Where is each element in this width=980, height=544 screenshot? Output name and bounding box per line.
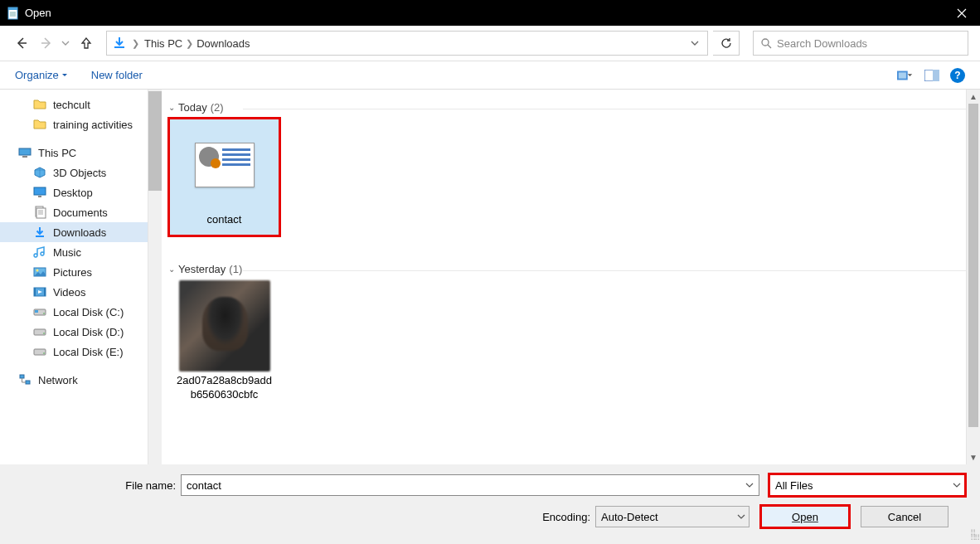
svg-point-35 [43, 352, 45, 354]
contact-file-icon [179, 124, 270, 206]
up-button[interactable] [76, 33, 96, 53]
svg-point-31 [43, 313, 45, 314]
back-button[interactable] [12, 33, 32, 53]
group-divider [243, 270, 973, 271]
notepad-icon [7, 7, 20, 20]
chevron-down-icon [745, 481, 754, 489]
tree-item-music[interactable]: Music [0, 242, 148, 262]
svg-rect-32 [34, 329, 46, 335]
tree-item-downloads[interactable]: Downloads [0, 222, 148, 242]
svg-rect-23 [36, 236, 44, 237]
refresh-button[interactable] [713, 31, 740, 56]
file-item-image[interactable]: 2ad07a28a8cb9addb6560630cbfc [168, 279, 280, 410]
desktop-icon [33, 186, 46, 199]
file-list-scrollbar[interactable]: ▲ ▼ [966, 90, 980, 464]
videos-icon [33, 285, 46, 299]
file-list[interactable]: ⌄ Today (2) contact ⌄ Yesterday (1) [162, 90, 980, 464]
close-button[interactable] [943, 0, 980, 26]
pc-icon [18, 146, 32, 159]
chevron-down-icon [61, 72, 68, 79]
downloads-icon [33, 226, 46, 239]
svg-rect-34 [34, 349, 46, 355]
bottom-panel: File name: contact All Files Encoding: A… [0, 464, 980, 542]
group-header-yesterday[interactable]: ⌄ Yesterday (1) [168, 263, 973, 275]
forward-button[interactable] [36, 33, 56, 53]
open-button[interactable]: Open [761, 506, 849, 527]
encoding-label: Encoding: [15, 511, 595, 523]
tree-item-3d-objects[interactable]: 3D Objects [0, 163, 148, 182]
tree-item-folder[interactable]: techcult [0, 95, 148, 114]
tree-item-folder[interactable]: training activities [0, 114, 148, 134]
new-folder-button[interactable]: New folder [91, 69, 143, 81]
filetype-select[interactable]: All Files [769, 474, 965, 496]
svg-rect-1 [8, 7, 17, 10]
svg-rect-37 [26, 381, 30, 384]
disk-icon [33, 325, 46, 338]
tree-item-videos[interactable]: Videos [0, 282, 148, 302]
tree-item-disk-e[interactable]: Local Disk (E:) [0, 342, 148, 362]
breadcrumb-segment[interactable]: This PC [144, 37, 182, 50]
resize-grip[interactable]: ⠿⠿⠿ [970, 531, 978, 541]
folder-icon [33, 118, 46, 131]
address-bar[interactable]: ❯ This PC ❯ Downloads [106, 31, 708, 56]
svg-rect-7 [114, 46, 124, 48]
navigation-bar: ❯ This PC ❯ Downloads Search Downloads [0, 26, 980, 61]
chevron-right-icon: ❯ [186, 38, 193, 49]
toolbar: Organize New folder ? [0, 61, 980, 90]
svg-point-25 [36, 270, 39, 272]
chevron-down-icon: ⌄ [168, 265, 175, 274]
svg-rect-16 [34, 187, 46, 195]
svg-rect-15 [22, 156, 27, 158]
disk-icon [33, 305, 46, 318]
tree-item-disk-d[interactable]: Local Disk (D:) [0, 322, 148, 342]
documents-icon [33, 206, 46, 219]
chevron-down-icon [737, 512, 745, 521]
preview-pane-button[interactable] [924, 68, 940, 83]
search-input[interactable]: Search Downloads [753, 31, 968, 56]
svg-line-9 [768, 45, 771, 48]
svg-point-8 [762, 39, 769, 46]
tree-item-documents[interactable]: Documents [0, 202, 148, 222]
disk-icon [33, 345, 46, 358]
svg-rect-27 [34, 288, 36, 296]
svg-rect-36 [20, 375, 24, 378]
recent-dropdown[interactable] [61, 39, 71, 47]
sidebar-scrollbar[interactable] [148, 90, 162, 464]
file-item-contact[interactable]: contact [168, 118, 280, 236]
organize-menu[interactable]: Organize [15, 69, 68, 81]
group-divider [243, 109, 973, 109]
tree-item-disk-c[interactable]: Local Disk (C:) [0, 302, 148, 322]
breadcrumb[interactable]: This PC ❯ Downloads [144, 37, 687, 50]
network-icon [18, 373, 32, 386]
chevron-down-icon: ⌄ [168, 103, 175, 112]
search-placeholder: Search Downloads [777, 37, 867, 50]
help-button[interactable]: ? [950, 68, 965, 83]
encoding-select[interactable]: Auto-Detect [595, 506, 750, 527]
navigation-tree[interactable]: techcult training activities This PC 3D … [0, 90, 148, 464]
svg-rect-28 [44, 288, 46, 296]
tree-item-this-pc[interactable]: This PC [0, 143, 148, 163]
cancel-button[interactable]: Cancel [861, 506, 948, 527]
tree-item-desktop[interactable]: Desktop [0, 182, 148, 202]
address-dropdown[interactable] [687, 39, 702, 47]
chevron-right-icon: ❯ [132, 38, 139, 49]
music-icon [33, 245, 46, 259]
svg-rect-14 [19, 148, 31, 155]
filename-label: File name: [15, 479, 181, 492]
svg-point-33 [43, 333, 45, 334]
window-title: Open [25, 7, 51, 19]
folder-icon [33, 98, 46, 111]
tree-item-network[interactable]: Network [0, 370, 148, 390]
downloads-icon [112, 36, 127, 51]
svg-rect-30 [35, 310, 38, 313]
view-mode-button[interactable] [897, 68, 914, 83]
filename-input[interactable]: contact [181, 474, 759, 496]
breadcrumb-segment[interactable]: Downloads [196, 37, 250, 50]
title-bar: Open [0, 0, 980, 26]
group-header-today[interactable]: ⌄ Today (2) [168, 101, 973, 114]
search-icon [760, 37, 772, 49]
image-file-icon [179, 284, 270, 367]
tree-item-pictures[interactable]: Pictures [0, 262, 148, 282]
chevron-down-icon [953, 481, 961, 489]
pictures-icon [33, 265, 46, 279]
